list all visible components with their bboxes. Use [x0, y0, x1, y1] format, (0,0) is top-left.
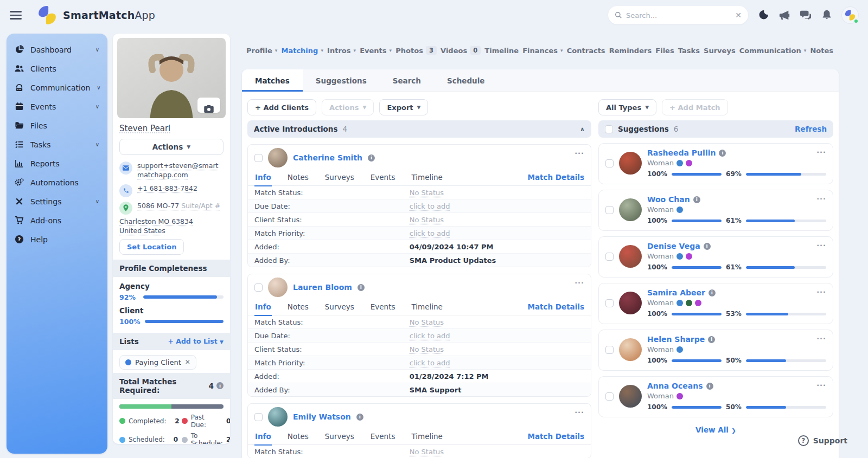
add-to-list-button[interactable]: + Add to List ▼: [168, 337, 224, 345]
nav-tab[interactable]: Events▾: [360, 47, 392, 55]
list-tag-paying-client[interactable]: Paying Client ✕: [119, 355, 196, 370]
suggestion-avatar[interactable]: [619, 292, 642, 314]
announcements-icon[interactable]: [778, 9, 790, 21]
more-options-icon[interactable]: ···: [816, 334, 826, 343]
dark-mode-icon[interactable]: [757, 9, 769, 21]
info-icon[interactable]: [706, 383, 713, 390]
match-card-tab[interactable]: Surveys: [324, 171, 355, 185]
suggestion-avatar[interactable]: [619, 385, 642, 408]
suggestion-avatar[interactable]: [619, 245, 642, 268]
match-card-tab[interactable]: Notes: [287, 430, 309, 444]
field-value[interactable]: No Status: [410, 189, 444, 197]
support-button[interactable]: ? Support: [798, 435, 847, 446]
search-input[interactable]: [626, 11, 735, 20]
nav-tab[interactable]: Timeline: [484, 47, 519, 55]
suggestion-avatar[interactable]: [619, 338, 642, 361]
suggestion-avatar[interactable]: [619, 198, 642, 221]
clear-search-icon[interactable]: ✕: [735, 11, 742, 20]
nav-tab[interactable]: Reminders: [609, 47, 652, 55]
match-name-link[interactable]: Lauren Bloom: [293, 283, 352, 292]
match-checkbox[interactable]: [254, 413, 263, 421]
match-card-tab[interactable]: Info: [254, 171, 272, 185]
info-icon[interactable]: [368, 154, 375, 162]
match-avatar[interactable]: [268, 148, 288, 167]
sidebar-item-help[interactable]: ? Help: [7, 230, 107, 249]
subtab[interactable]: Search: [380, 69, 434, 92]
field-value[interactable]: click to add: [410, 229, 450, 237]
add-clients-button[interactable]: + Add Clients: [247, 99, 316, 115]
more-options-icon[interactable]: ···: [816, 148, 826, 156]
info-icon[interactable]: [704, 243, 711, 250]
change-photo-button[interactable]: [197, 98, 220, 113]
match-details-link[interactable]: Match Details: [527, 173, 584, 183]
info-icon[interactable]: [216, 382, 224, 389]
user-avatar[interactable]: [842, 7, 858, 23]
field-value[interactable]: click to add: [410, 332, 450, 340]
more-options-icon[interactable]: ···: [575, 408, 584, 416]
info-icon[interactable]: [709, 289, 716, 296]
info-icon[interactable]: [358, 284, 365, 291]
nav-tab[interactable]: Surveys: [704, 47, 736, 55]
suggestion-checkbox[interactable]: [605, 206, 614, 214]
match-card-tab[interactable]: Events: [370, 300, 396, 315]
match-details-link[interactable]: Match Details: [527, 432, 584, 442]
client-email-row[interactable]: support+steven@smartmatchapp.com: [113, 159, 230, 182]
suggestion-checkbox[interactable]: [605, 159, 614, 167]
chat-icon[interactable]: [800, 9, 812, 21]
field-value[interactable]: No Status: [410, 318, 444, 326]
suggestion-name-link[interactable]: Woo Chan: [647, 195, 690, 204]
sidebar-item-dashboard[interactable]: Dashboard∨: [7, 40, 107, 59]
sidebar-item-files[interactable]: Files: [7, 116, 107, 135]
match-card-tab[interactable]: Surveys: [324, 430, 355, 444]
sidebar-item-settings[interactable]: Settings∨: [7, 192, 107, 211]
search-bar[interactable]: ✕: [608, 6, 748, 24]
nav-tab[interactable]: Finances▾: [522, 47, 563, 55]
match-card-tab[interactable]: Notes: [287, 300, 309, 315]
add-match-button[interactable]: + Add Match: [662, 99, 728, 115]
subtab[interactable]: Matches: [242, 69, 303, 92]
suggestion-name-link[interactable]: Samira Abeer: [647, 288, 705, 297]
client-address-row[interactable]: 5086 MO-77 Suite/Apt #: [113, 199, 230, 217]
match-checkbox[interactable]: [254, 154, 263, 162]
nav-tab[interactable]: Matching▾: [281, 47, 323, 55]
match-card-tab[interactable]: Notes: [287, 171, 309, 185]
sidebar-item-automations[interactable]: Automations: [7, 173, 107, 192]
select-all-suggestions-checkbox[interactable]: [605, 125, 613, 133]
suggestion-name-link[interactable]: Rasheeda Pullin: [647, 149, 716, 157]
export-dropdown-button[interactable]: Export▼: [379, 99, 428, 115]
info-icon[interactable]: [356, 414, 363, 421]
suggestion-checkbox[interactable]: [605, 392, 614, 401]
match-details-link[interactable]: Match Details: [527, 302, 584, 313]
field-value[interactable]: click to add: [410, 202, 450, 210]
field-value[interactable]: No Status: [410, 448, 444, 456]
suggestion-checkbox[interactable]: [605, 253, 614, 261]
field-value[interactable]: SMA Support: [410, 386, 462, 394]
refresh-link[interactable]: Refresh: [795, 125, 827, 133]
match-card-tab[interactable]: Info: [254, 430, 272, 444]
suggestion-checkbox[interactable]: [605, 346, 614, 354]
remove-tag-icon[interactable]: ✕: [185, 358, 190, 366]
suggestion-name-link[interactable]: Helen Sharpe: [647, 335, 705, 344]
view-all-link[interactable]: View All ❯: [598, 425, 833, 434]
suggestion-name-link[interactable]: Anna Oceans: [647, 382, 703, 390]
field-value[interactable]: No Status: [410, 345, 444, 353]
match-card-tab[interactable]: Surveys: [324, 300, 355, 315]
set-location-button[interactable]: Set Location: [119, 239, 184, 255]
nav-tab[interactable]: Photos3: [395, 46, 437, 55]
nav-tab[interactable]: Intros▾: [327, 47, 356, 55]
info-icon[interactable]: [719, 150, 726, 157]
suggestion-name-link[interactable]: Denise Vega: [647, 242, 700, 250]
field-value[interactable]: 04/09/2024 10:47 PM: [410, 243, 494, 251]
nav-tab[interactable]: Profile▾: [246, 47, 277, 55]
sidebar-item-communication[interactable]: Communication∨: [7, 78, 107, 97]
field-value[interactable]: SMA Product Updates: [410, 256, 496, 265]
match-card-tab[interactable]: Timeline: [411, 430, 443, 444]
sidebar-item-reports[interactable]: Reports: [7, 154, 107, 173]
match-card-tab[interactable]: Events: [370, 430, 396, 444]
match-name-link[interactable]: Catherine Smith: [293, 153, 362, 162]
more-options-icon[interactable]: ···: [816, 195, 826, 203]
more-options-icon[interactable]: ···: [816, 241, 826, 249]
nav-tab[interactable]: Notes: [810, 47, 833, 55]
sidebar-item-add-ons[interactable]: Add-ons: [7, 211, 107, 230]
client-phone-row[interactable]: +1 681-883-7842: [113, 182, 230, 199]
